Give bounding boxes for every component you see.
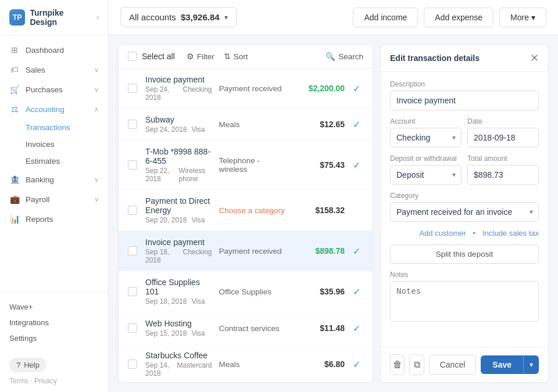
tx-info: Payment to Direct Energy Sep 20, 2018 Vi… [145, 196, 212, 224]
help-button[interactable]: ? Help [9, 358, 46, 372]
row-checkbox[interactable] [128, 246, 145, 256]
sidebar-item-banking[interactable]: 🏦 Banking ∨ [0, 170, 108, 189]
close-button[interactable]: ✕ [530, 53, 539, 63]
sidebar-item-reports[interactable]: 📊 Reports [0, 209, 108, 229]
more-button[interactable]: More ▾ [499, 8, 546, 27]
sidebar-item-payroll[interactable]: 💼 Payroll ∨ [0, 189, 108, 209]
tx-category: Meals [212, 120, 293, 129]
checkbox-input[interactable] [128, 206, 137, 215]
row-checkbox[interactable] [128, 206, 145, 215]
filter-button[interactable]: ⚙ Filter [187, 52, 214, 61]
dashboard-icon: ⊞ [9, 45, 20, 55]
verified-icon: ✓ [353, 323, 360, 334]
sidebar-item-sales[interactable]: 🏷 Sales ∨ [0, 60, 108, 80]
tx-meta: Sep 18, 2018 Visa [145, 297, 212, 305]
account-amount: $3,926.84 [181, 12, 220, 22]
sidebar-item-estimates[interactable]: Estimates [26, 153, 108, 170]
checkbox-input[interactable] [128, 120, 137, 129]
tx-category[interactable]: Choose a category [212, 206, 293, 215]
privacy-link[interactable]: Privacy [34, 377, 57, 385]
tx-amount: $898.78 [292, 246, 345, 256]
tx-meta: Sep 14, 2018 Mastercard [145, 361, 212, 377]
checkbox-input[interactable] [128, 359, 137, 369]
category-select[interactable]: Payment received for an invoice Other in… [390, 202, 539, 222]
sidebar-item-invoices[interactable]: Invoices [26, 136, 108, 153]
account-field-group: Account Checking Visa Mastercard [390, 117, 462, 148]
row-checkbox[interactable] [128, 359, 145, 369]
date-input[interactable] [467, 128, 539, 148]
save-dropdown-button[interactable]: ▾ [523, 355, 539, 374]
sidebar-item-wave-plus[interactable]: Wave+ [9, 299, 99, 315]
sidebar-nav: ⊞ Dashboard 🏷 Sales ∨ 🛒 Purchases ∨ ⚖ Ac… [0, 35, 108, 292]
sort-button[interactable]: ⇅ Sort [224, 52, 248, 61]
table-row[interactable]: T-Mob *8998 888-6-455 Sep 22, 2018 Wirel… [119, 141, 373, 190]
account-select[interactable]: Checking Visa Mastercard [390, 128, 462, 148]
tx-info: Invoice payment Sep 18, 2018 Checking [145, 238, 212, 264]
search-button[interactable]: 🔍 Search [326, 52, 363, 61]
sidebar-item-purchases[interactable]: 🛒 Purchases ∨ [0, 80, 108, 99]
checkbox-input[interactable] [128, 160, 137, 170]
include-tax-link[interactable]: Include sales tax [482, 229, 539, 238]
sidebar-logo[interactable]: TP Turnpike Design › [0, 0, 108, 35]
description-field-group: Description [390, 80, 539, 110]
chevron-down-icon: ∨ [94, 196, 99, 203]
sidebar-item-settings[interactable]: Settings [9, 330, 99, 346]
tx-date: Sep 24, 2018 [145, 125, 187, 134]
tx-account: Visa [191, 216, 205, 224]
table-row[interactable]: Invoice payment Sep 18, 2018 Checking Pa… [119, 231, 373, 271]
topbar: All accounts $3,926.84 ▾ Add income Add … [109, 0, 558, 35]
add-customer-link[interactable]: Add customer [419, 229, 466, 238]
row-checkbox[interactable] [128, 160, 145, 170]
chevron-down-icon: ∨ [94, 176, 99, 184]
table-row[interactable]: Starbucks Coffee Sep 14, 2018 Mastercard… [119, 344, 373, 382]
save-button[interactable]: Save [481, 355, 523, 374]
split-deposit-button[interactable]: Split this deposit [390, 244, 539, 264]
total-input[interactable] [467, 165, 539, 185]
delete-button[interactable]: 🗑 [390, 354, 405, 375]
settings-label: Settings [9, 334, 37, 343]
add-expense-button[interactable]: Add expense [424, 8, 493, 27]
table-row[interactable]: Web Hosting Sep 15, 2018 Visa Contract s… [119, 312, 373, 344]
edit-panel-footer: 🗑 ⧉ Cancel Save ▾ [381, 347, 548, 382]
sidebar-collapse-icon[interactable]: › [96, 13, 99, 21]
sidebar-item-accounting[interactable]: ⚖ Accounting ∧ [0, 99, 108, 119]
checkbox-input[interactable] [128, 52, 137, 61]
checkbox-input[interactable] [128, 84, 137, 93]
link-row: Add customer • Include sales tax [390, 229, 539, 238]
notes-field-group: Notes [390, 271, 539, 322]
verified-icon: ✓ [353, 359, 360, 370]
select-all-checkbox[interactable]: Select all [128, 52, 175, 61]
checkbox-input[interactable] [128, 246, 137, 256]
table-row[interactable]: Office Supplies 101 Sep 18, 2018 Visa Of… [119, 271, 373, 312]
duplicate-button[interactable]: ⧉ [409, 354, 424, 375]
row-checkbox[interactable] [128, 84, 145, 93]
sidebar-item-integrations[interactable]: Integrations [9, 315, 99, 330]
description-input[interactable] [390, 91, 539, 110]
table-row[interactable]: Subway Sep 24, 2018 Visa Meals $12.65 ✓ [119, 109, 373, 141]
sidebar-item-transactions[interactable]: Transactions [26, 119, 108, 136]
table-row[interactable]: Invoice payment Sep 24, 2018 Checking Pa… [119, 69, 373, 109]
deposit-select[interactable]: Deposit Withdrawal [390, 165, 462, 185]
terms-link[interactable]: Terms [9, 377, 28, 385]
row-checkbox[interactable] [128, 120, 145, 129]
account-selector[interactable]: All accounts $3,926.84 ▾ [120, 7, 237, 27]
account-label: Account [390, 117, 462, 125]
notes-input[interactable] [390, 281, 539, 322]
save-group: Save ▾ [481, 355, 539, 374]
tx-date: Sep 18, 2018 [145, 297, 187, 305]
checkbox-input[interactable] [128, 323, 137, 333]
tx-amount: $11.48 [292, 323, 345, 333]
checkbox-input[interactable] [128, 287, 137, 296]
sidebar-item-dashboard[interactable]: ⊞ Dashboard [0, 40, 108, 60]
add-income-button[interactable]: Add income [353, 8, 418, 27]
row-checkbox[interactable] [128, 287, 145, 296]
cancel-button[interactable]: Cancel [429, 355, 477, 375]
sort-label: Sort [234, 52, 248, 61]
tx-date: Sep 20, 2018 [145, 216, 187, 224]
tx-status: ✓ [349, 83, 363, 94]
account-label: All accounts [129, 12, 176, 22]
row-checkbox[interactable] [128, 323, 145, 333]
integrations-label: Integrations [9, 318, 49, 327]
table-row[interactable]: Payment to Direct Energy Sep 20, 2018 Vi… [119, 190, 373, 231]
sales-icon: 🏷 [9, 65, 20, 74]
